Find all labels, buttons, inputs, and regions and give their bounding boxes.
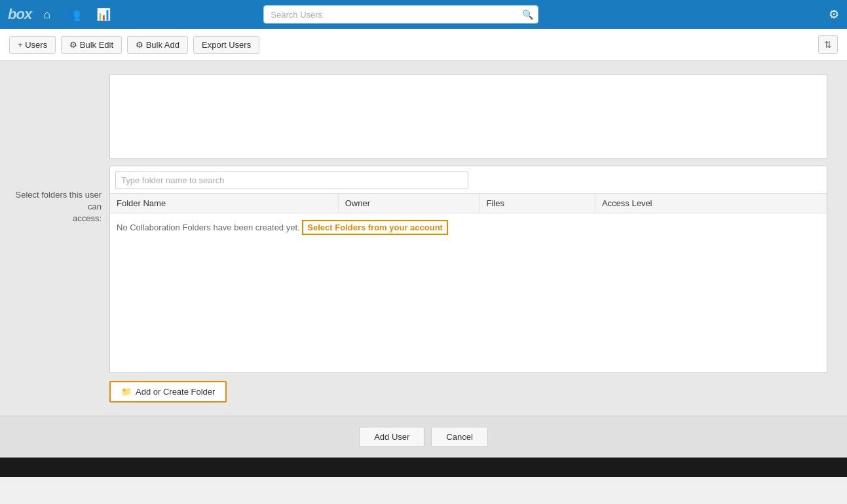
- search-input[interactable]: [263, 5, 538, 24]
- main-content: Select folders this user can access: Fol…: [0, 61, 847, 458]
- bulk-add-button[interactable]: ⚙ Bulk Add: [127, 36, 188, 54]
- sort-button[interactable]: ⇅: [818, 35, 838, 54]
- folder-section: Select folders this user can access: Fol…: [13, 166, 834, 373]
- folder-label: Select folders this user can access:: [13, 166, 109, 225]
- form-section: Select folders this user can access: Fol…: [0, 61, 847, 416]
- folder-table: Folder Name Owner Files Access Level No …: [110, 193, 827, 242]
- search-container: 🔍: [263, 5, 538, 24]
- col-access-level: Access Level: [595, 194, 827, 213]
- form-upper-area: [109, 74, 827, 159]
- box-logo: box: [8, 6, 31, 23]
- folder-empty-area: [110, 242, 827, 372]
- table-header-row: Folder Name Owner Files Access Level: [110, 194, 827, 213]
- add-create-folder-button[interactable]: 📁 Add or Create Folder: [109, 381, 227, 403]
- toolbar: + Users ⚙ Bulk Edit ⚙ Bulk Add Export Us…: [0, 29, 847, 61]
- col-owner: Owner: [338, 194, 480, 213]
- folder-panel: Folder Name Owner Files Access Level No …: [109, 166, 827, 373]
- folder-search-bar: [110, 166, 827, 189]
- search-icon: 🔍: [522, 9, 533, 20]
- no-collab-cell: No Collaboration Folders have been creat…: [110, 213, 827, 242]
- folder-icon: 📁: [121, 387, 132, 397]
- cancel-button[interactable]: Cancel: [431, 427, 487, 447]
- users-icon[interactable]: 👥: [62, 5, 85, 24]
- add-user-button[interactable]: Add User: [359, 427, 424, 447]
- folder-search-input[interactable]: [115, 171, 468, 189]
- col-folder-name: Folder Name: [110, 194, 338, 213]
- no-collab-row: No Collaboration Folders have been creat…: [110, 213, 827, 242]
- bottom-strip: [0, 458, 847, 477]
- settings-icon[interactable]: ⚙: [829, 7, 839, 22]
- bulk-edit-button[interactable]: ⚙ Bulk Edit: [61, 36, 122, 54]
- bottom-actions: Add User Cancel: [0, 416, 847, 458]
- select-folders-link[interactable]: Select Folders from your account: [302, 220, 448, 235]
- col-files: Files: [480, 194, 595, 213]
- export-users-button[interactable]: Export Users: [193, 36, 259, 54]
- add-folder-row: 📁 Add or Create Folder: [13, 373, 834, 403]
- add-users-button[interactable]: + Users: [9, 36, 56, 54]
- header: box ⌂ 👥 📊 🔍 ⚙: [0, 0, 847, 29]
- home-icon[interactable]: ⌂: [39, 5, 54, 24]
- chart-icon[interactable]: 📊: [92, 5, 115, 24]
